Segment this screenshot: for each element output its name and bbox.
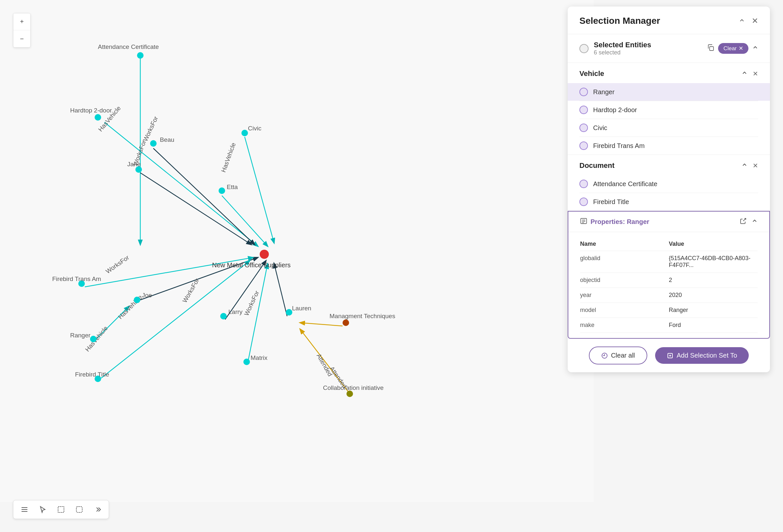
svg-point-44 [90,336,97,342]
vehicle-close-icon[interactable]: ✕ [753,70,758,77]
svg-point-48 [220,313,227,320]
vehicle-item-civic[interactable]: Civic [568,119,770,137]
properties-external-link-button[interactable] [740,218,747,226]
prop-value-make: Ford [669,322,757,329]
svg-point-50 [243,359,250,365]
add-selection-button[interactable]: Add Selection Set To [655,347,749,364]
vehicle-item-hardtop[interactable]: Hardtop 2-door [568,101,770,119]
prop-row-objectid: objectid 2 [580,273,757,288]
properties-collapse-button[interactable] [752,218,757,226]
svg-point-54 [343,320,349,326]
vehicle-item-label-firebird-trans: Firebird Trans Am [593,142,645,149]
svg-text:Firebird Trans Am: Firebird Trans Am [52,275,101,282]
document-item-attendance[interactable]: Attendance Certificate [568,175,770,193]
entity-title: Selected Entities [594,41,702,49]
entity-count: 6 selected [594,49,702,56]
svg-line-13 [300,323,343,326]
vehicle-collapse-icon[interactable] [742,70,747,77]
svg-text:Collaboration initiative: Collaboration initiative [323,384,384,391]
prop-row-globalid: globalid {515A4CC7-46DB-4CB0-A803-F4F07F… [580,251,757,273]
zoom-controls: + − [13,13,31,47]
svg-point-26 [260,250,269,259]
prop-name-objectid: objectid [580,277,669,284]
panel-close-button[interactable]: ✕ [752,16,758,26]
graph-canvas[interactable]: HasVehicle WorksFor WorksFor HasVehicle … [0,0,594,502]
vehicle-item-firebird-trans[interactable]: Firebird Trans Am [568,137,770,155]
svg-text:WorksFor: WorksFor [104,254,130,275]
svg-text:Larry: Larry [228,308,243,315]
properties-title: Properties: Ranger [591,218,649,226]
entities-collapse-arrow[interactable] [752,45,758,52]
vehicle-section: Vehicle ✕ Ranger Hardtop 2-door Civic [568,63,770,155]
document-section-title: Document [580,161,615,170]
svg-point-36 [242,130,248,136]
cursor-icon[interactable] [37,504,49,516]
prop-value-globalid: {515A4CC7-46DB-4CB0-A803-F4F07F... [669,255,757,269]
svg-text:Hardtop 2-door: Hardtop 2-door [70,107,112,114]
list-icon[interactable] [19,504,30,516]
prop-value-year: 2020 [669,292,757,299]
document-item-firebird-title[interactable]: Firebird Title [568,193,770,210]
svg-point-30 [95,114,101,121]
zoom-in-button[interactable]: + [13,13,30,30]
svg-point-52 [286,309,292,315]
panel-collapse-button[interactable] [739,17,745,25]
clear-badge-label: Clear [723,45,737,52]
vehicle-item-circle-firebird-trans [580,141,588,150]
prop-col-name: Name [580,240,669,247]
svg-line-12 [274,263,287,316]
svg-point-32 [150,140,157,147]
document-section-header: Document ✕ [568,155,770,175]
vehicle-item-label-hardtop: Hardtop 2-door [593,106,637,114]
document-close-icon[interactable]: ✕ [753,162,758,169]
document-item-label-firebird-title: Firebird Title [593,198,629,206]
properties-header: Properties: Ranger [568,211,769,232]
svg-point-28 [137,52,144,59]
prop-name-model: model [580,307,669,313]
select-rect-icon[interactable] [55,504,67,516]
selected-entities-row: Selected Entities 6 selected Clear ✕ [568,34,770,63]
svg-text:Civic: Civic [248,125,261,132]
clear-badge[interactable]: Clear ✕ [718,43,748,54]
document-section: Document ✕ Attendance Certificate Firebi… [568,155,770,211]
vehicle-item-label-ranger: Ranger [593,88,615,96]
vehicle-section-title: Vehicle [580,69,604,78]
svg-text:Attended: Attended [315,353,334,377]
clear-all-label: Clear all [611,352,635,359]
svg-rect-63 [710,46,714,51]
prop-name-year: year [580,292,669,299]
svg-text:Managment Techniques: Managment Techniques [330,312,395,320]
svg-text:WorksFor: WorksFor [181,277,201,304]
properties-entity-icon [580,218,587,226]
svg-text:HasVehicle: HasVehicle [220,142,237,173]
svg-text:Etta: Etta [227,184,238,190]
more-icon[interactable] [92,504,103,516]
svg-text:Beau: Beau [160,136,174,143]
document-item-label-attendance: Attendance Certificate [593,180,657,188]
properties-table: Name Value globalid {515A4CC7-46DB-4CB0-… [568,232,769,338]
entity-info: Selected Entities 6 selected [594,41,702,56]
svg-point-56 [346,391,353,397]
clear-all-button[interactable]: Clear all [589,346,647,364]
select-lasso-icon[interactable] [73,504,85,516]
document-collapse-icon[interactable] [742,162,747,169]
bottom-toolbar [13,500,109,519]
svg-text:WorksFor: WorksFor [142,115,160,142]
add-selection-label: Add Selection Set To [677,352,737,359]
svg-point-38 [219,188,225,194]
svg-text:HasVehicle: HasVehicle [117,294,144,321]
svg-rect-61 [58,506,64,512]
svg-line-4 [222,196,268,246]
vehicle-item-ranger[interactable]: Ranger [568,83,770,101]
svg-point-42 [134,297,140,303]
svg-line-5 [245,137,274,243]
prop-row-make: make Ford [580,318,757,333]
panel-footer: Clear all Add Selection Set To [568,339,770,372]
zoom-out-button[interactable]: − [13,30,30,47]
prop-col-value: Value [669,240,757,247]
vehicle-section-header: Vehicle ✕ [568,63,770,83]
prop-name-make: make [580,322,669,329]
copy-icon[interactable] [707,44,714,53]
panel-title: Selection Manager [580,15,660,26]
prop-row-year: year 2020 [580,288,757,303]
